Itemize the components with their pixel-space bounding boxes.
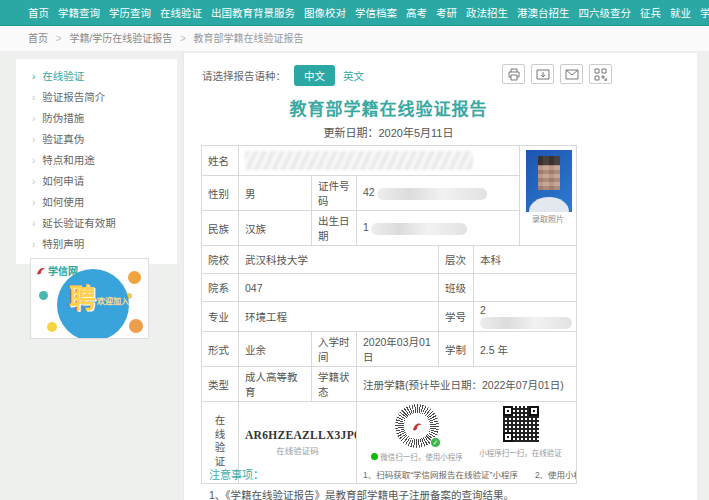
photo-caption: 录取照片 <box>526 213 570 224</box>
major-value: 环境工程 <box>239 302 439 332</box>
table-row: 形式 业余 入学时间 2020年03月01日 学制 2.5 年 <box>202 332 577 367</box>
qr-center <box>404 413 430 439</box>
sidebar-item-how-to-apply[interactable]: ›如何申请 <box>16 171 177 192</box>
sidebar-item-label: 如何使用 <box>42 196 84 208</box>
duration-value: 2.5 年 <box>474 332 577 367</box>
duration-label: 学制 <box>439 332 474 367</box>
nav-item-jiuye[interactable]: 就业 <box>670 5 691 20</box>
photo-cell: 录取照片 <box>520 146 577 246</box>
online-verify-label: 在线验证 <box>213 415 228 469</box>
sidebar-item-label: 防伪措施 <box>42 112 84 124</box>
birth-prefix: 1 <box>363 221 369 233</box>
update-date: 更新日期：2020年5月11日 <box>201 124 576 140</box>
birthdate-value: 1 <box>357 211 520 246</box>
ad-dot <box>129 319 143 333</box>
nav-item-zhengfa[interactable]: 政法招生 <box>466 5 508 20</box>
language-zh-button[interactable]: 中文 <box>294 65 335 86</box>
name-label: 姓名 <box>202 146 239 176</box>
nav-item-xuezhi[interactable]: 学职平台 <box>700 5 709 20</box>
wechat-qr-caption: 微信扫一扫，使用小程序 <box>371 451 463 462</box>
chevron-right-icon: › <box>32 113 35 124</box>
chsi-logo: 学信网 <box>36 263 78 278</box>
nav-item-archive[interactable]: 学信档案 <box>355 5 397 20</box>
qrcode-icon <box>594 68 607 81</box>
chevron-right-icon: › <box>32 176 35 187</box>
sidebar-item-verify-truth[interactable]: ›验证真伪 <box>16 129 177 150</box>
sid-prefix: 2 <box>480 304 486 316</box>
nav-item-gangaotai[interactable]: 港澳台招生 <box>517 5 570 20</box>
verify-qrcode-button[interactable] <box>589 64 612 84</box>
breadcrumb-separator: > <box>180 33 186 44</box>
class-value <box>474 274 577 302</box>
gender-value: 男 <box>239 176 312 211</box>
ad-dot <box>128 271 141 284</box>
table-row: 类型 成人高等教育 学籍状态 注册学籍(预计毕业日期：2022年07月01日) <box>202 367 577 402</box>
email-button[interactable] <box>560 64 583 84</box>
level-label: 层次 <box>439 246 474 274</box>
sidebar-item-anti-fake[interactable]: ›防伪措施 <box>16 108 177 129</box>
top-navigation: 首页 学籍查询 学历查询 在线验证 出国教育背景服务 图像校对 学信档案 高考 … <box>0 0 709 26</box>
breadcrumb-current-page: 教育部学籍在线验证报告 <box>194 33 304 44</box>
page-title: 教育部学籍在线验证报告 <box>201 95 576 120</box>
save-icon <box>536 68 550 81</box>
nav-item-kaoyan[interactable]: 考研 <box>436 5 457 20</box>
sidebar-item-label: 在线验证 <box>42 70 84 82</box>
language-selector: 请选择报告语种： 中文 英文 <box>202 65 364 86</box>
ethnicity-label: 民族 <box>202 211 239 246</box>
sidebar-item-label: 如何申请 <box>42 175 84 187</box>
language-en-button[interactable]: 英文 <box>343 68 364 83</box>
breadcrumb: 首页 > 学籍/学历在线验证报告 > 教育部学籍在线验证报告 <box>0 26 709 52</box>
breadcrumb-separator: > <box>56 33 62 44</box>
ad-headline: 聘 <box>69 277 96 316</box>
photo-face <box>538 156 560 190</box>
school-label: 院校 <box>202 246 239 274</box>
sidebar-item-how-to-use[interactable]: ›如何使用 <box>16 192 177 213</box>
type-label: 类型 <box>202 367 239 402</box>
wechat-miniprogram-qrcode: ✓ <box>395 404 439 448</box>
breadcrumb-report-list[interactable]: 学籍/学历在线验证报告 <box>69 33 172 44</box>
notes-item: 1、《学籍在线验证报告》是教育部学籍电子注册备案的查询结果。 <box>209 487 639 500</box>
sidebar-item-special-statement[interactable]: ›特别声明 <box>16 234 177 255</box>
type-value: 成人高等教育 <box>239 367 312 402</box>
sidebar-item-label: 特点和用途 <box>42 154 95 166</box>
nav-item-gaokao[interactable]: 高考 <box>406 5 427 20</box>
nav-item-home[interactable]: 首页 <box>28 5 49 20</box>
recruitment-ad-banner[interactable]: 学信网 聘 欢迎加入 <box>30 258 149 339</box>
email-icon <box>565 69 579 80</box>
wechat-qr-figure: ✓ 微信扫一扫，使用小程序 <box>371 404 463 462</box>
sidebar-item-features[interactable]: ›特点和用途 <box>16 150 177 171</box>
nav-item-online-verify[interactable]: 在线验证 <box>160 5 202 20</box>
sidebar-item-extend-validity[interactable]: ›延长验证有效期 <box>16 213 177 234</box>
nav-item-xueli-query[interactable]: 学历查询 <box>109 5 151 20</box>
major-label: 专业 <box>202 302 239 332</box>
caption-text: 微信扫一扫，使用小程序 <box>380 451 463 462</box>
chevron-right-icon: › <box>32 134 35 145</box>
qr-finder <box>503 406 513 416</box>
table-row: 院校 武汉科技大学 层次 本科 <box>202 246 577 274</box>
caption-text: 小程序扫一扫，在线验证 <box>479 447 562 458</box>
save-button[interactable] <box>531 64 554 84</box>
redacted-name <box>245 151 473 170</box>
brand-name: 学信网 <box>48 263 78 278</box>
notes-heading: 注意事项： <box>209 466 264 482</box>
verification-code: AR6HZEAZLLX3JP0X <box>245 429 350 441</box>
print-button[interactable] <box>502 64 525 84</box>
class-label: 班级 <box>439 274 474 302</box>
nav-item-zhengbing[interactable]: 征兵 <box>640 5 661 20</box>
nav-item-image-check[interactable]: 图像校对 <box>304 5 346 20</box>
nav-item-abroad-service[interactable]: 出国教育背景服务 <box>211 5 295 20</box>
table-row: 院系 047 班级 <box>202 274 577 302</box>
chevron-right-icon: › <box>32 218 35 229</box>
department-label: 院系 <box>202 274 239 302</box>
enroll-date-label: 入学时间 <box>312 332 357 367</box>
nav-item-cet[interactable]: 四六级查分 <box>579 5 632 20</box>
school-value: 武汉科技大学 <box>239 246 439 274</box>
sidebar-item-label: 验证真伪 <box>42 133 84 145</box>
sidebar-item-online-verify[interactable]: ›在线验证 <box>16 66 177 87</box>
sidebar-item-report-intro[interactable]: ›验证报告简介 <box>16 87 177 108</box>
nav-item-xueji-query[interactable]: 学籍查询 <box>58 5 100 20</box>
department-value: 047 <box>239 274 439 302</box>
breadcrumb-home[interactable]: 首页 <box>28 33 48 44</box>
sidebar-item-label: 延长验证有效期 <box>42 217 116 229</box>
photo-shoulders <box>529 197 569 212</box>
